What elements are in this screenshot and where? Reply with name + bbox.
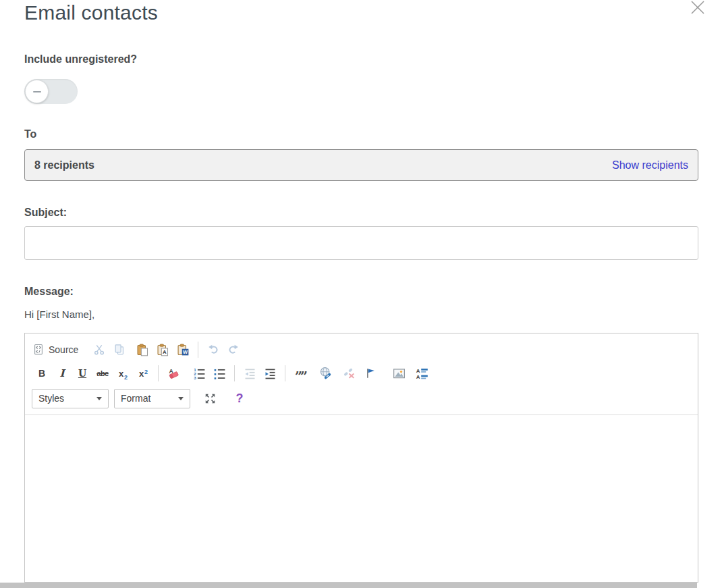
editor-toolbar-row-2: B I U abc x2 x2 A: [32, 363, 432, 383]
text-lines-icon: A A: [415, 367, 429, 381]
strikethrough-button[interactable]: abc: [94, 365, 111, 382]
format-dropdown[interactable]: Format: [114, 389, 190, 408]
blockquote-button[interactable]: ””: [291, 365, 309, 382]
email-contacts-modal: Email contacts Include unregistered? To …: [0, 0, 722, 588]
message-greeting: Hi [First Name],: [24, 309, 94, 320]
format-dropdown-label: Format: [121, 393, 150, 404]
include-unregistered-toggle[interactable]: [24, 79, 78, 104]
decrease-indent-button[interactable]: [241, 365, 258, 382]
undo-button[interactable]: [204, 341, 222, 358]
recipients-bar: 8 recipients Show recipients: [24, 149, 698, 181]
show-recipients-link[interactable]: Show recipients: [612, 159, 688, 171]
remove-format-icon: A: [167, 367, 181, 381]
toolbar-separator: [198, 342, 198, 358]
chevron-down-icon: [178, 397, 184, 400]
help-icon: ?: [236, 392, 244, 406]
svg-text:W: W: [183, 349, 188, 355]
copy-button[interactable]: [111, 341, 128, 358]
recipients-count: 8 recipients: [34, 159, 94, 171]
underline-button[interactable]: U: [74, 365, 91, 382]
toolbar-separator: [285, 365, 285, 381]
link-icon: [318, 366, 333, 381]
to-label: To: [24, 128, 36, 140]
subject-input[interactable]: [24, 226, 698, 260]
indent-icon: [263, 367, 277, 381]
subject-label: Subject:: [24, 207, 67, 219]
toolbar-separator: [158, 365, 159, 381]
image-icon: [392, 367, 406, 381]
remove-link-button[interactable]: [340, 365, 358, 382]
paste-button[interactable]: [134, 341, 151, 358]
bullet-list-button[interactable]: [211, 365, 228, 382]
insert-link-button[interactable]: [317, 365, 335, 382]
anchor-flag-icon: [364, 367, 377, 380]
anchor-button[interactable]: [362, 365, 379, 382]
strikethrough-icon: abc: [96, 369, 108, 377]
underline-icon: U: [78, 368, 86, 379]
outdent-icon: [243, 367, 257, 381]
chevron-down-icon: [96, 397, 102, 400]
paste-from-word-button[interactable]: W: [174, 341, 192, 358]
help-button[interactable]: ?: [231, 390, 248, 407]
copy-icon: [113, 343, 126, 356]
scissors-icon: [92, 343, 106, 356]
editor-toolbar-row-3: Styles Format: [32, 388, 250, 408]
paste-text-icon: A: [156, 343, 170, 357]
remove-format-button[interactable]: A: [165, 365, 182, 382]
editor-toolbar-row-1: Source: [32, 340, 244, 360]
rich-text-editor: Source: [24, 333, 698, 583]
numbered-list-button[interactable]: 1 2 3: [190, 365, 208, 382]
superscript-button[interactable]: x2: [134, 365, 152, 382]
svg-text:A: A: [163, 349, 167, 355]
message-label: Message:: [24, 286, 74, 298]
bold-button[interactable]: B: [33, 365, 51, 382]
page-title: Email contacts: [24, 1, 158, 24]
superscript-icon: x2: [139, 367, 147, 379]
bold-icon: B: [38, 368, 45, 379]
close-icon: [684, 0, 711, 21]
paste-word-icon: W: [176, 343, 190, 357]
numbered-list-icon: 1 2 3: [192, 367, 206, 381]
horizontal-scrollbar[interactable]: [0, 583, 697, 588]
close-button[interactable]: [684, 0, 711, 21]
editor-content-area[interactable]: [25, 415, 698, 582]
svg-text:A: A: [416, 367, 420, 373]
subscript-icon: x2: [119, 367, 127, 379]
toggle-off-dash-icon: [33, 91, 41, 92]
maximize-button[interactable]: [201, 390, 219, 407]
source-button[interactable]: Source: [32, 343, 78, 356]
include-unregistered-label: Include unregistered?: [24, 53, 137, 65]
toggle-knob: [25, 80, 49, 103]
unlink-icon: [341, 366, 356, 381]
styles-dropdown-label: Styles: [38, 393, 64, 404]
styles-dropdown[interactable]: Styles: [32, 389, 109, 408]
toolbar-separator: [234, 365, 235, 381]
redo-button[interactable]: [225, 341, 242, 358]
svg-text:3: 3: [194, 375, 196, 380]
increase-indent-button[interactable]: [261, 365, 279, 382]
maximize-icon: [204, 392, 217, 405]
paste-plain-text-button[interactable]: A: [154, 341, 171, 358]
insert-image-button[interactable]: [390, 365, 408, 382]
cut-button[interactable]: [90, 341, 108, 358]
undo-icon: [206, 343, 220, 356]
source-button-label: Source: [49, 344, 78, 355]
italic-icon: I: [59, 367, 64, 379]
svg-text:A: A: [416, 374, 420, 380]
subscript-button[interactable]: x2: [114, 365, 132, 382]
blockquote-icon: ””: [295, 367, 306, 379]
paste-icon: [136, 343, 150, 357]
bullet-list-icon: [213, 367, 227, 381]
redo-icon: [227, 343, 240, 356]
source-icon: [32, 343, 45, 356]
italic-button[interactable]: I: [53, 365, 71, 382]
text-format-button[interactable]: A A: [413, 365, 431, 382]
